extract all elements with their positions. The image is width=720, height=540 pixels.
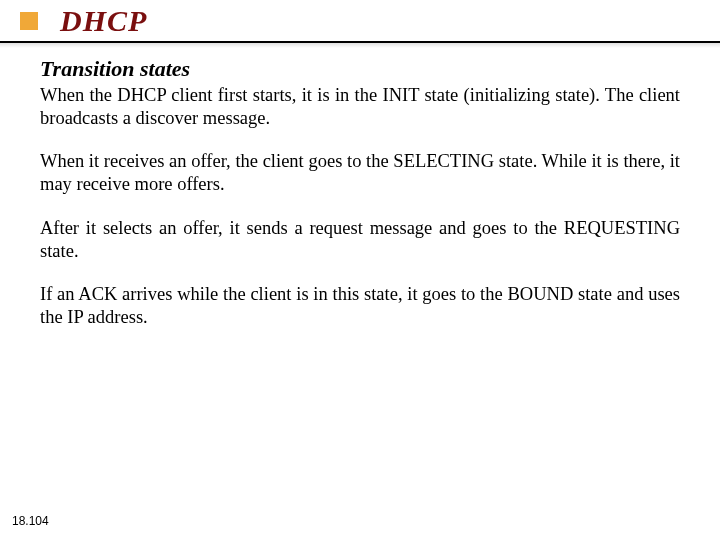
slide-header: DHCP — [0, 0, 720, 46]
page-number: 18.104 — [12, 514, 49, 528]
title-shadow — [0, 43, 720, 48]
paragraph: When the DHCP client first starts, it is… — [40, 84, 680, 130]
main-title: DHCP — [60, 4, 720, 38]
paragraph: After it selects an offer, it sends a re… — [40, 217, 680, 263]
accent-square-icon — [20, 12, 38, 30]
paragraph: If an ACK arrives while the client is in… — [40, 283, 680, 329]
paragraph: When it receives an offer, the client go… — [40, 150, 680, 196]
subheading: Transition states — [40, 56, 680, 82]
slide-content: Transition states When the DHCP client f… — [0, 46, 720, 329]
